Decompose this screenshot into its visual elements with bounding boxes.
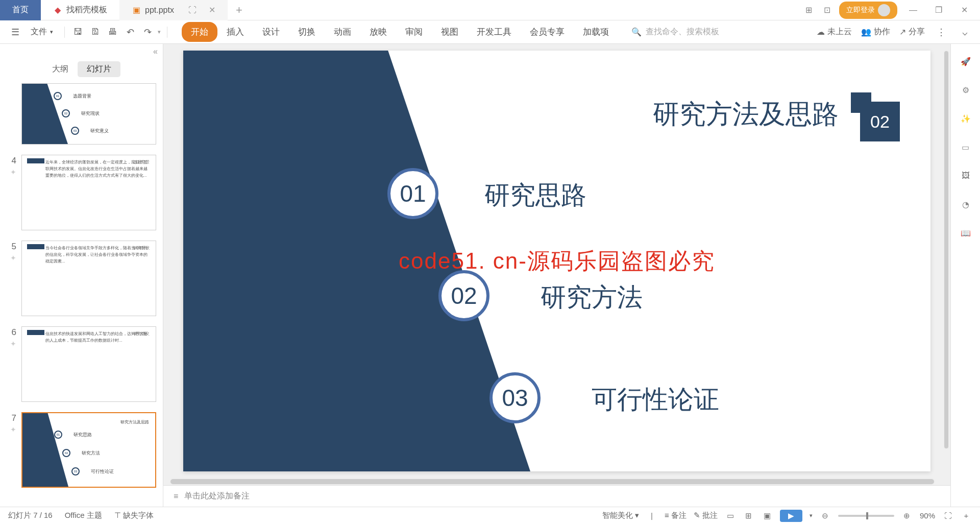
close-icon[interactable]: ✕ [209,5,215,15]
login-button[interactable]: 立即登录 [839,2,897,19]
tab-home[interactable]: 首页 [0,0,41,20]
file-menu[interactable]: 文件 ▾ [26,27,58,37]
undo-icon[interactable]: ↶ [123,25,137,39]
ribbon-tab-addins[interactable]: 加载项 [574,22,618,42]
slide-canvas[interactable]: 研究方法及思路 02 01 研究思路 02 研究方法 03 可行性论证 code… [163,44,950,478]
slide-thumbnail-active[interactable]: 研究方法及思路 01 研究思路 02 研究方法 03 可行性论证 [21,412,156,488]
redo-icon[interactable]: ↷ [140,25,155,39]
ribbon-tab-design[interactable]: 设计 [253,22,289,42]
ribbon-tabs: 开始 插入 设计 切换 动画 放映 审阅 视图 开发工具 会员专享 加载项 [182,22,618,42]
notes-toggle[interactable]: ≡ 备注 [665,511,687,520]
save-icon[interactable]: 🖫 [71,25,85,39]
panel-tab-slides[interactable]: 幻灯片 [78,61,120,77]
more-icon[interactable]: ⋮ [934,25,948,39]
chevron-down-icon[interactable]: ▾ [810,512,813,519]
panel-tab-outline[interactable]: 大纲 [43,61,78,77]
zoom-slider[interactable] [838,515,894,517]
share-button[interactable]: ↗分享 [899,27,925,37]
maximize-icon[interactable]: ❐ [929,3,948,17]
chevron-down-icon[interactable]: ▾ [158,29,161,35]
zoom-out-icon[interactable]: ⊖ [820,510,831,521]
item-text-2[interactable]: 研究方法 [541,280,643,315]
rocket-icon[interactable]: 🚀 [959,54,973,68]
search-box[interactable]: 🔍 查找命令、搜索模板 [631,27,719,37]
item-text-1[interactable]: 研究思路 [484,178,586,212]
template-icon: ◆ [53,6,62,15]
notes-icon: ≡ [174,492,178,501]
ribbon-tab-devtools[interactable]: 开发工具 [468,22,521,42]
settings-icon[interactable]: ⚙ [959,83,973,97]
window-layout-icon[interactable]: ⊞ [802,4,815,16]
ribbon-tab-slideshow[interactable]: 放映 [360,22,396,42]
file-label: 文件 [31,27,47,37]
tab-document[interactable]: ▣ ppt.pptx ⛶ ✕ [119,0,228,20]
ribbon-tab-transition[interactable]: 切换 [289,22,325,42]
statusbar: 幻灯片 7 / 16 Office 主题 ⊤缺失字体 智能美化 ▾ | ≡ 备注… [0,507,980,524]
cloud-icon: ☁ [817,27,825,37]
item-number-3[interactable]: 03 [489,372,541,423]
more-status-icon[interactable]: + [961,510,972,521]
slide-editor: 研究方法及思路 02 01 研究思路 02 研究方法 03 可行性论证 code… [163,44,950,507]
ribbon-tab-view[interactable]: 视图 [432,22,468,42]
ribbon-tab-start[interactable]: 开始 [182,22,217,42]
notes-area[interactable]: ≡ 单击此处添加备注 [163,485,950,507]
comments-toggle[interactable]: ✎ 批注 [694,511,718,520]
reading-view-icon[interactable]: ▣ [762,510,773,521]
titlebar: 首页 ◆ 找稻壳模板 ▣ ppt.pptx ⛶ ✕ + ⊞ ⊡ 立即登录 ― ❐… [0,0,980,20]
sparkle-icon[interactable]: ✨ [959,111,973,126]
add-slide-button[interactable]: + [6,498,157,507]
ribbon-tab-member[interactable]: 会员专享 [521,22,574,42]
close-window-icon[interactable]: ✕ [954,3,974,17]
right-sidebar: 🚀 ⚙ ✨ ▭ 🖼 ◔ 📖 [950,44,980,507]
menu-icon[interactable]: ☰ [8,25,22,39]
presentation-mode-icon[interactable]: ⛶ [188,6,197,15]
tab-templates[interactable]: ◆ 找稻壳模板 [41,0,119,20]
slide-thumbnail[interactable]: 研究现状 当今社会各行业各领域竞争手段方多样化，随着当今时代的信息化，科学化发展… [21,241,156,316]
missing-font-warning[interactable]: ⊤缺失字体 [114,511,154,520]
item-number-2[interactable]: 02 [438,270,489,321]
main-area: « 大纲 幻灯片 01 选题背景 02 研究现状 03 研究意义 [0,44,980,507]
star-icon: ✦ [10,340,16,348]
print-icon[interactable]: 🖶 [106,25,120,39]
ppt-icon: ▣ [132,6,141,15]
export-icon[interactable]: 🖻 [88,25,103,39]
horizontal-scrollbar[interactable] [169,478,935,485]
apps-icon[interactable]: ⊡ [821,4,833,16]
vertical-scrollbar[interactable] [943,50,949,449]
ribbon-tab-animation[interactable]: 动画 [325,22,360,42]
item-text-3[interactable]: 可行性论证 [592,383,719,417]
search-icon: 🔍 [631,27,642,37]
circle-icon[interactable]: ◔ [959,197,973,211]
sep-icon: | [646,510,657,521]
theme-name[interactable]: Office 主题 [65,511,102,520]
zoom-in-icon[interactable]: ⊕ [901,510,913,521]
beautify-button[interactable]: 智能美化 ▾ [602,511,639,520]
thumbnail-list[interactable]: 01 选题背景 02 研究现状 03 研究意义 4✦ 选题背景 近年来，全球经济… [0,83,163,507]
collab-button[interactable]: 👥协作 [861,27,890,37]
layers-icon[interactable]: ▭ [959,140,973,154]
slide-badge[interactable]: 02 [860,102,900,141]
ribbon-tab-review[interactable]: 审阅 [396,22,432,42]
slide-thumbnail[interactable]: 研究意义 信息技术的快速发展和网络人工智力的结合，达到吞大量的人上成本，节能提高… [21,326,156,402]
thumb-number: 7 [6,412,16,423]
minimize-icon[interactable]: ― [903,3,923,17]
ribbon-tab-insert[interactable]: 插入 [217,22,253,42]
star-icon: ✦ [10,168,16,176]
collapse-ribbon-icon[interactable]: ⌵ [958,25,972,39]
book-icon[interactable]: 📖 [959,226,973,240]
normal-view-icon[interactable]: ▭ [725,510,736,521]
zoom-level[interactable]: 90% [920,511,935,520]
item-number-1[interactable]: 01 [387,168,438,219]
image-icon[interactable]: 🖼 [959,169,973,183]
slide-thumbnail[interactable]: 选题背景 近年来，全球经济的蓬勃发展，在一定程度上，应归于互联网技术的发展。信息… [21,155,156,230]
collapse-panel-icon[interactable]: « [0,44,163,59]
sorter-view-icon[interactable]: ⊞ [743,510,754,521]
fit-icon[interactable]: ⛶ [942,510,953,521]
avatar-icon [878,4,890,16]
add-tab-button[interactable]: + [228,4,251,17]
slide-thumbnail[interactable]: 01 选题背景 02 研究现状 03 研究意义 [21,83,156,145]
cloud-status[interactable]: ☁未上云 [817,27,852,37]
slideshow-button[interactable]: ▶ [780,510,802,522]
slide-title[interactable]: 研究方法及思路 [653,97,839,132]
toolbar: ☰ 文件 ▾ 🖫 🖻 🖶 ↶ ↷ ▾ 开始 插入 设计 切换 动画 放映 审阅 … [0,20,980,44]
